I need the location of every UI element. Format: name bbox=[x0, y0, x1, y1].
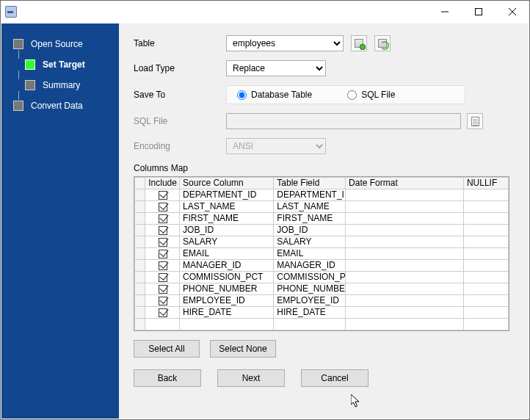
table-row[interactable]: DEPARTMENT_IDDEPARTMENT_ID bbox=[135, 189, 509, 201]
target-cell[interactable]: FIRST_NAME bbox=[274, 213, 346, 225]
target-cell[interactable]: COMMISSION_PC bbox=[274, 272, 346, 283]
step-label: Summary bbox=[43, 80, 80, 90]
columns-map-label: Columns Map bbox=[134, 163, 514, 173]
include-checkbox[interactable] bbox=[159, 308, 167, 317]
include-checkbox[interactable] bbox=[159, 297, 167, 305]
step-set-target[interactable]: Set Target bbox=[1, 54, 119, 75]
source-cell[interactable]: DEPARTMENT_ID bbox=[180, 189, 274, 201]
target-cell[interactable]: DEPARTMENT_ID bbox=[274, 189, 346, 201]
table-row[interactable]: LAST_NAMELAST_NAME bbox=[135, 201, 509, 213]
source-cell[interactable]: JOB_ID bbox=[180, 225, 274, 236]
saveto-group: Database Table SQL File bbox=[226, 85, 465, 104]
include-checkbox[interactable] bbox=[159, 203, 167, 211]
table-select[interactable]: employees bbox=[226, 35, 344, 51]
svg-rect-1 bbox=[476, 9, 482, 15]
saveto-db-radio[interactable]: Database Table bbox=[237, 90, 312, 100]
source-cell[interactable]: COMMISSION_PCT bbox=[180, 272, 274, 283]
table-row[interactable]: EMPLOYEE_IDEMPLOYEE_ID bbox=[135, 295, 509, 307]
maximize-button[interactable] bbox=[462, 1, 495, 23]
cancel-button[interactable]: Cancel bbox=[301, 369, 369, 387]
source-cell[interactable]: HIRE_DATE bbox=[180, 307, 274, 319]
add-table-icon[interactable] bbox=[351, 35, 367, 51]
source-cell[interactable]: EMPLOYEE_ID bbox=[180, 295, 274, 307]
close-button[interactable] bbox=[495, 1, 529, 23]
svg-line-2 bbox=[509, 8, 516, 15]
titlebar bbox=[1, 1, 529, 23]
include-checkbox[interactable] bbox=[159, 238, 167, 247]
include-checkbox[interactable] bbox=[159, 191, 167, 200]
table-row[interactable]: JOB_IDJOB_ID bbox=[135, 225, 509, 236]
sqlfile-input bbox=[226, 113, 461, 129]
step-open-source[interactable]: Open Source bbox=[1, 34, 119, 54]
saveto-sql-radio[interactable]: SQL File bbox=[347, 90, 395, 100]
saveto-label: Save To bbox=[134, 90, 226, 100]
target-cell[interactable]: EMPLOYEE_ID bbox=[274, 295, 346, 307]
table-row[interactable]: HIRE_DATEHIRE_DATE bbox=[135, 307, 509, 319]
back-button[interactable]: Back bbox=[134, 369, 201, 387]
table-label: Table bbox=[134, 38, 226, 48]
include-checkbox[interactable] bbox=[159, 285, 167, 294]
encoding-label: Encoding bbox=[134, 141, 226, 151]
source-cell[interactable]: SALARY bbox=[180, 236, 274, 248]
target-cell[interactable]: PHONE_NUMBER bbox=[274, 283, 346, 295]
col-nullif[interactable]: NULLIF bbox=[463, 178, 508, 189]
wizard-sidebar: Open Source Set Target Summary Convert D… bbox=[1, 23, 119, 419]
include-checkbox[interactable] bbox=[159, 214, 167, 223]
browse-file-icon[interactable] bbox=[467, 113, 483, 129]
main-panel: Table employees Load Type Replace Save T… bbox=[119, 23, 529, 419]
source-cell[interactable]: PHONE_NUMBER bbox=[180, 283, 274, 295]
next-button[interactable]: Next bbox=[217, 369, 285, 387]
source-cell[interactable]: MANAGER_ID bbox=[180, 260, 274, 272]
col-target[interactable]: Table Field bbox=[274, 178, 346, 189]
col-include[interactable]: Include bbox=[145, 178, 180, 189]
svg-line-3 bbox=[509, 8, 516, 15]
include-checkbox[interactable] bbox=[159, 273, 167, 282]
step-convert-data[interactable]: Convert Data bbox=[1, 95, 119, 116]
table-row[interactable]: PHONE_NUMBERPHONE_NUMBER bbox=[135, 283, 509, 295]
reload-icon[interactable] bbox=[374, 35, 391, 51]
table-row[interactable]: EMAILEMAIL bbox=[135, 248, 509, 260]
target-cell[interactable]: JOB_ID bbox=[274, 225, 346, 236]
wizard-window: Open Source Set Target Summary Convert D… bbox=[0, 0, 530, 420]
app-icon bbox=[5, 6, 17, 18]
source-cell[interactable]: EMAIL bbox=[180, 248, 274, 260]
target-cell[interactable]: HIRE_DATE bbox=[274, 307, 346, 319]
include-checkbox[interactable] bbox=[159, 226, 167, 235]
mouse-cursor-icon bbox=[351, 394, 361, 409]
table-row[interactable]: FIRST_NAMEFIRST_NAME bbox=[135, 213, 509, 225]
columns-grid[interactable]: Include Source Column Table Field Date F… bbox=[134, 176, 509, 331]
include-checkbox[interactable] bbox=[159, 250, 167, 258]
table-row[interactable]: COMMISSION_PCTCOMMISSION_PC bbox=[135, 272, 509, 283]
encoding-select: ANSI bbox=[226, 138, 326, 154]
loadtype-select[interactable]: Replace bbox=[226, 60, 326, 76]
step-label: Open Source bbox=[31, 39, 83, 49]
col-date[interactable]: Date Format bbox=[346, 178, 464, 189]
minimize-button[interactable] bbox=[428, 1, 462, 23]
loadtype-label: Load Type bbox=[134, 63, 226, 73]
step-summary[interactable]: Summary bbox=[1, 75, 119, 95]
step-label: Set Target bbox=[43, 59, 85, 70]
step-label: Convert Data bbox=[31, 101, 83, 111]
select-none-button[interactable]: Select None bbox=[210, 340, 276, 358]
target-cell[interactable]: MANAGER_ID bbox=[274, 260, 346, 272]
table-row[interactable]: SALARYSALARY bbox=[135, 236, 509, 248]
source-cell[interactable]: LAST_NAME bbox=[180, 201, 274, 213]
target-cell[interactable]: LAST_NAME bbox=[274, 201, 346, 213]
target-cell[interactable]: SALARY bbox=[274, 236, 346, 248]
col-source[interactable]: Source Column bbox=[180, 178, 274, 189]
include-checkbox[interactable] bbox=[159, 261, 167, 270]
sqlfile-label: SQL File bbox=[134, 116, 226, 126]
target-cell[interactable]: EMAIL bbox=[274, 248, 346, 260]
source-cell[interactable]: FIRST_NAME bbox=[180, 213, 274, 225]
table-row[interactable]: MANAGER_IDMANAGER_ID bbox=[135, 260, 509, 272]
select-all-button[interactable]: Select All bbox=[134, 340, 200, 358]
